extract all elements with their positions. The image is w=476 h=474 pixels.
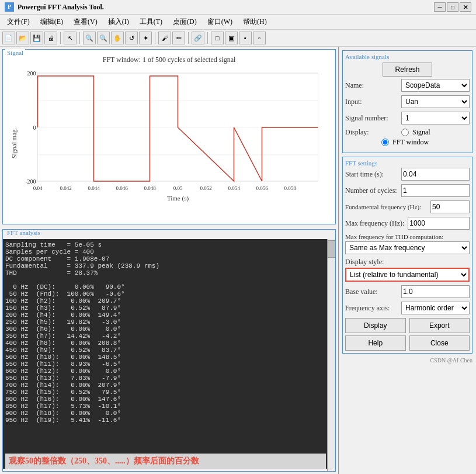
svg-text:0.046: 0.046 [116, 185, 128, 191]
save-tool-button[interactable]: 💾 [30, 32, 43, 44]
menu-desktop[interactable]: 桌面(D) [168, 16, 201, 28]
svg-text:0.054: 0.054 [228, 185, 240, 191]
zoom-out-tool-button[interactable]: 🔍 [97, 32, 110, 44]
help-button[interactable]: Help [345, 335, 406, 351]
close-button-main[interactable]: Close [409, 335, 470, 351]
base-value-row: Base value: [345, 285, 470, 298]
svg-text:0.052: 0.052 [200, 185, 211, 191]
menu-edit[interactable]: 编辑(E) [36, 16, 68, 28]
fund-freq-row: Fundamental frequency (Hz): [345, 200, 470, 213]
svg-text:0.044: 0.044 [88, 185, 100, 191]
rotate-tool-button[interactable]: ↺ [125, 32, 138, 44]
box2-tool-button[interactable]: ▣ [225, 32, 238, 44]
fund-freq-input[interactable] [430, 200, 470, 213]
rect3-tool-button[interactable]: ▪ [239, 32, 252, 44]
num-cycles-input[interactable] [401, 184, 470, 197]
display-style-label: Display style: [345, 258, 470, 267]
signal-section: Signal FFT window: 1 of 500 cycles of se… [2, 49, 336, 224]
brush-tool-button[interactable]: 🖌 [158, 32, 171, 44]
num-cycles-row: Number of cycles: [345, 184, 470, 197]
max-freq-label: Max frequency (Hz): [345, 219, 404, 228]
zoom-in-tool-button[interactable]: 🔍 [83, 32, 96, 44]
display-label-row: Display: Signal [345, 128, 470, 137]
fft-scrollbar-thumb[interactable] [328, 240, 336, 258]
freq-axis-row: Frequency axis: Harmonic order [345, 302, 470, 314]
start-time-input[interactable] [401, 168, 470, 181]
signal-number-label: Signal number: [345, 114, 398, 123]
svg-text:0.058: 0.058 [284, 185, 296, 191]
open-tool-button[interactable]: 📂 [16, 32, 29, 44]
svg-text:0.05: 0.05 [173, 185, 183, 191]
edit-tool-button[interactable]: ✏ [172, 32, 185, 44]
chart-title: FFT window: 1 of 500 cycles of selected … [9, 56, 329, 64]
fft-data-display[interactable]: Sampling time = 5e-05 s Samples per cycl… [3, 239, 335, 469]
thd-freq-select[interactable]: Same as Max frequency [345, 241, 470, 254]
available-signals-label: Available signals [345, 53, 470, 60]
right-panel: Available signals Refresh Name: ScopeDat… [339, 47, 476, 474]
help-close-buttons: Help Close [345, 335, 470, 351]
rect4-tool-button[interactable]: ▫ [253, 32, 266, 44]
svg-text:0.042: 0.042 [60, 185, 71, 191]
main-content: Signal FFT window: 1 of 500 cycles of se… [0, 47, 476, 474]
menu-file[interactable]: 文件(F) [2, 16, 34, 28]
refresh-button[interactable]: Refresh [383, 63, 432, 77]
watermark: CSDN @AI Chen [342, 357, 472, 364]
new-tool-button[interactable]: 📄 [2, 32, 15, 44]
input-label: Input: [345, 98, 398, 106]
pan-tool-button[interactable]: ✋ [111, 32, 124, 44]
base-value-input[interactable] [401, 285, 470, 298]
left-panel: Signal FFT window: 1 of 500 cycles of se… [0, 47, 339, 474]
display-button[interactable]: Display [345, 318, 406, 333]
toolbar-separator-2 [79, 32, 80, 44]
minimize-button[interactable]: ─ [434, 2, 446, 12]
display-style-container: Display style: List (relative to fundame… [345, 258, 470, 282]
svg-text:0.048: 0.048 [144, 185, 156, 191]
signal-number-row: Signal number: 1 [345, 112, 470, 124]
app-icon: P [5, 2, 14, 12]
max-freq-input[interactable] [408, 217, 470, 230]
rect-tool-button[interactable]: □ [211, 32, 224, 44]
svg-text:-200: -200 [25, 178, 36, 185]
display-style-select[interactable]: List (relative to fundamental) [345, 268, 470, 282]
toolbar-separator-3 [155, 32, 155, 44]
svg-text:0: 0 [33, 124, 36, 131]
menu-insert[interactable]: 插入(I) [103, 16, 134, 28]
freq-axis-select[interactable]: Harmonic order [401, 302, 470, 314]
radio-fft-label: FFT window [392, 138, 429, 147]
fft-settings-box: FFT settings Start time (s): Number of c… [342, 157, 472, 354]
close-button[interactable]: ✕ [460, 2, 471, 12]
fft-window-radio-row: FFT window [345, 138, 470, 147]
fft-analysis-section: FFT analysis Sampling time = 5e-05 s Sam… [2, 229, 336, 472]
name-select[interactable]: ScopeData [401, 79, 470, 92]
window-controls: ─ □ ✕ [434, 2, 471, 12]
signal-number-select[interactable]: 1 [401, 112, 470, 124]
svg-text:0.056: 0.056 [256, 185, 268, 191]
menu-view[interactable]: 查看(V) [69, 16, 102, 28]
svg-text:200: 200 [27, 70, 36, 77]
menu-window[interactable]: 窗口(W) [203, 16, 237, 28]
fft-settings-label: FFT settings [345, 160, 470, 167]
menu-help[interactable]: 帮助(H) [238, 16, 272, 28]
fft-scrollbar[interactable] [327, 239, 335, 471]
thd-freq-label: Max frequency for THD computation: [345, 233, 470, 240]
radio-fft-window[interactable] [381, 139, 389, 146]
signal-chart-area: FFT window: 1 of 500 cycles of selected … [3, 50, 335, 224]
fund-freq-label: Fundamental frequency (Hz): [345, 203, 427, 210]
export-button[interactable]: Export [409, 318, 470, 333]
data-cursor-button[interactable]: ✦ [139, 32, 152, 44]
maximize-button[interactable]: □ [447, 2, 458, 12]
start-time-label: Start time (s): [345, 170, 398, 179]
start-time-row: Start time (s): [345, 168, 470, 181]
radio-signal[interactable] [401, 129, 409, 136]
input-select[interactable]: Uan [401, 95, 470, 108]
toolbar-separator-1 [60, 32, 61, 44]
link-tool-button[interactable]: 🔗 [192, 32, 204, 44]
radio-signal-label: Signal [412, 128, 430, 137]
input-row: Input: Uan [345, 95, 470, 108]
cursor-tool-button[interactable]: ↖ [64, 32, 77, 44]
freq-axis-label: Frequency axis: [345, 304, 398, 313]
print-tool-button[interactable]: 🖨 [44, 32, 57, 44]
title-bar: P Powergui FFT Analysis Tool. ─ □ ✕ [0, 0, 476, 15]
menu-tools[interactable]: 工具(T) [135, 16, 167, 28]
signal-section-label: Signal [5, 49, 25, 56]
